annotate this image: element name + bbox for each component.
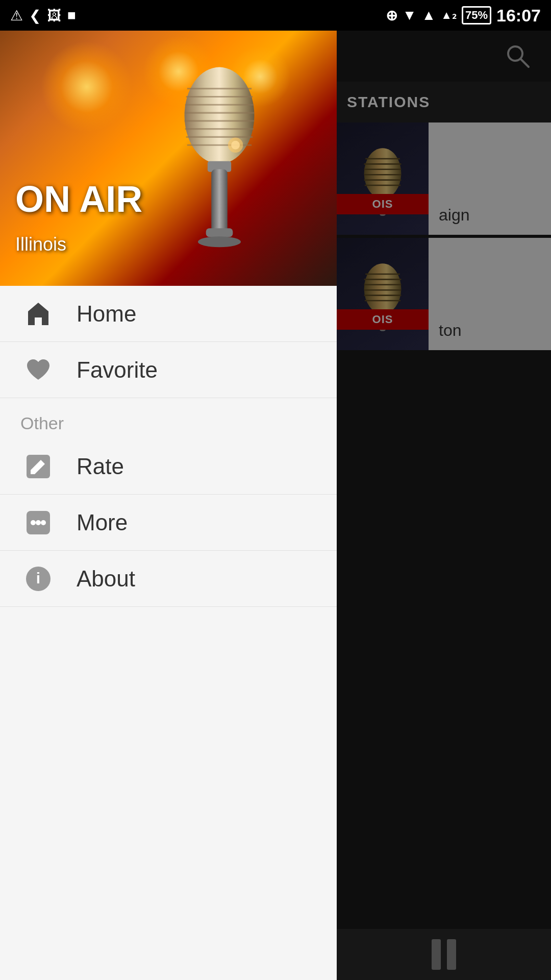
svg-line-23: [520, 59, 529, 67]
image-icon: 🖼: [47, 7, 61, 24]
about-label: About: [77, 566, 135, 592]
station-red-bar-1: OIS: [337, 194, 429, 214]
stop-icon: ■: [67, 7, 76, 23]
station-thumb: OIS: [337, 122, 429, 235]
search-button[interactable]: [500, 38, 536, 74]
info-icon: i: [20, 561, 56, 597]
status-bar-left: ⚠ ❮ 🖼 ■: [10, 7, 76, 24]
svg-point-0: [185, 67, 255, 164]
home-label: Home: [77, 301, 136, 327]
battery-icon: 75%: [462, 6, 491, 24]
rate-label: Rate: [77, 454, 124, 479]
edit-icon: [20, 449, 56, 484]
heart-icon: [20, 352, 56, 388]
bottom-player[interactable]: [337, 929, 551, 980]
svg-rect-11: [206, 228, 233, 237]
station-red-bar-2: OIS: [337, 309, 429, 330]
status-time: 16:07: [496, 6, 541, 26]
station-location-1: aign: [439, 206, 541, 225]
menu-item-about[interactable]: i About: [0, 551, 337, 607]
microphone-image: [153, 51, 306, 265]
menu-item-rate[interactable]: Rate: [0, 438, 337, 495]
add-circle-icon: ⊕: [386, 7, 397, 24]
svg-point-24: [364, 148, 402, 199]
other-section-header: Other: [0, 398, 337, 438]
station-info-2: ton: [429, 238, 551, 350]
hero-station-name: Illinois: [15, 234, 66, 255]
stations-list: OIS aign: [337, 122, 551, 980]
svg-rect-10: [211, 169, 228, 234]
signal2-icon: ▲₂: [441, 9, 457, 22]
app-title-bar: STATIONS: [337, 82, 551, 122]
menu-section: Home Favorite Other R: [0, 286, 337, 980]
on-air-text: ON AIR: [15, 179, 142, 219]
right-header: [337, 31, 551, 82]
app-title: STATIONS: [347, 93, 430, 111]
svg-text:i: i: [36, 570, 40, 586]
wifi-icon: ▼: [403, 7, 417, 23]
station-info-1: aign: [429, 122, 551, 235]
menu-item-home[interactable]: Home: [0, 286, 337, 342]
hero-image: ON AIR Illinois: [0, 31, 337, 286]
station-location-2: ton: [439, 321, 541, 340]
mic-thumb-2: [337, 238, 429, 350]
menu-item-favorite[interactable]: Favorite: [0, 342, 337, 398]
mic-thumb-1: [337, 122, 429, 235]
svg-point-14: [231, 141, 240, 150]
more-label: More: [77, 510, 128, 535]
svg-point-17: [31, 520, 36, 525]
right-panel: STATIONS: [337, 31, 551, 980]
menu-item-more[interactable]: More: [0, 495, 337, 551]
more-icon: [20, 505, 56, 541]
station-red-text-1: OIS: [372, 198, 393, 211]
light-orb-1: [41, 41, 133, 133]
pause-icon: [432, 939, 456, 970]
svg-point-12: [198, 236, 241, 247]
favorite-label: Favorite: [77, 357, 158, 383]
station-thumb-2: OIS: [337, 238, 429, 350]
pause-bar-2: [447, 939, 456, 970]
status-bar: ⚠ ❮ 🖼 ■ ⊕ ▼ ▲ ▲₂ 75% 16:07: [0, 0, 551, 31]
pause-bar-1: [432, 939, 441, 970]
status-bar-right: ⊕ ▼ ▲ ▲₂ 75% 16:07: [386, 6, 541, 26]
station-red-text-2: OIS: [372, 313, 393, 326]
svg-point-33: [364, 263, 402, 314]
notification-icon: ⚠: [10, 7, 23, 24]
svg-point-18: [36, 520, 41, 525]
back-icon: ❮: [29, 7, 41, 24]
svg-point-19: [41, 520, 46, 525]
signal-icon: ▲: [421, 7, 436, 23]
drawer: ON AIR Illinois Home Favorite: [0, 31, 337, 980]
home-icon: [20, 296, 56, 332]
main-layout: ON AIR Illinois Home Favorite: [0, 31, 551, 980]
station-card[interactable]: OIS aign: [337, 122, 551, 235]
station-card[interactable]: OIS ton: [337, 238, 551, 350]
